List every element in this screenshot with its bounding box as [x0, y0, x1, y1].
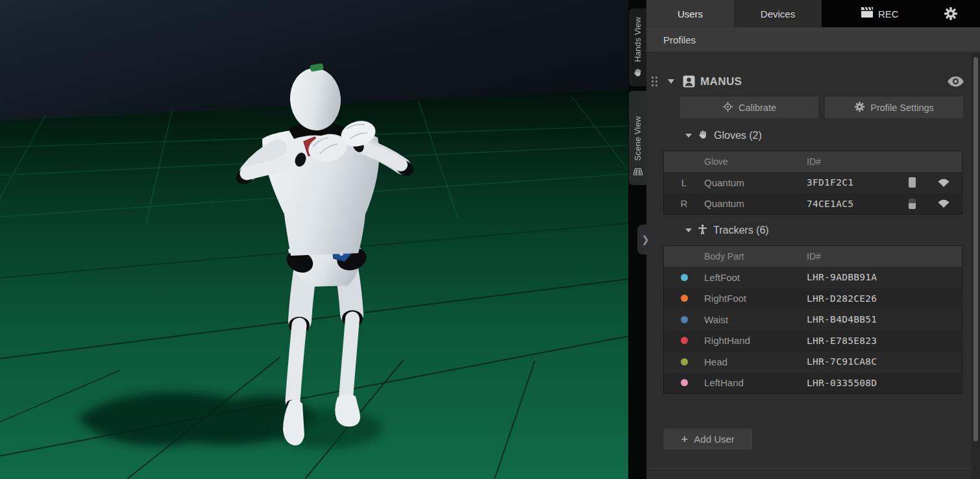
glove-name: Quantum — [704, 198, 807, 209]
tab-hands-view[interactable]: Hands View — [629, 8, 646, 86]
tracker-row[interactable]: RightHand LHR-E785E823 — [664, 330, 962, 352]
panel-scrollbar-thumb[interactable] — [974, 57, 978, 441]
tracker-color-dot — [664, 358, 704, 365]
calibrate-label: Calibrate — [739, 103, 776, 113]
col-tracker-id: ID# — [807, 251, 962, 262]
profile-actions: Calibrate Profile Settings — [680, 97, 963, 118]
tracker-id: LHR-9ADBB91A — [807, 272, 962, 282]
tracker-body-part: Waist — [704, 314, 807, 325]
add-user-label: Add User — [694, 434, 735, 445]
profile-settings-label: Profile Settings — [870, 103, 934, 113]
col-glove-id: ID# — [807, 156, 903, 167]
tracker-id: LHR-E785E823 — [807, 336, 962, 346]
tracker-body-part: RightFoot — [704, 293, 807, 304]
tracker-row[interactable]: RightFoot LHR-D282CE26 — [664, 288, 962, 310]
calibrate-target-icon — [722, 101, 733, 114]
glove-id: 3FD1F2C1 — [807, 177, 903, 188]
panel-expander-handle[interactable]: ❯ — [637, 225, 654, 254]
battery-icon — [903, 177, 925, 188]
tab-scene-view[interactable]: Scene View — [629, 91, 646, 185]
profiles-title: Profiles — [663, 34, 696, 45]
tracker-id: LHR-B4D4BB51 — [807, 314, 962, 325]
scene-grid-icon — [633, 167, 643, 178]
trackers-table: Body Part ID# LeftFoot LHR-9ADBB91A Righ… — [663, 245, 962, 394]
calibrate-button[interactable]: Calibrate — [680, 97, 818, 118]
tracker-color-dot — [664, 316, 704, 323]
col-body-part: Body Part — [704, 251, 807, 262]
clapperboard-icon — [861, 7, 874, 20]
profile-settings-button[interactable]: Profile Settings — [825, 97, 963, 118]
trackers-section-header: Trackers (6) — [685, 223, 980, 238]
trackers-table-header: Body Part ID# — [664, 246, 962, 267]
panel-scrollbar-track[interactable] — [972, 53, 980, 479]
tracker-row[interactable]: LeftHand LHR-0335508D — [664, 373, 962, 394]
user-profile-row: MANUS — [652, 73, 964, 90]
profiles-content: MANUS Calibrate Profile Settings — [646, 53, 980, 479]
gloves-rows: L Quantum 3FD1F2C1 R Quantum 74CE1AC5 — [664, 172, 962, 214]
visibility-eye-icon[interactable] — [947, 75, 964, 88]
tracker-row[interactable]: Waist LHR-B4D4BB51 — [664, 309, 962, 330]
gloves-table: Glove ID# L Quantum 3FD1F2C1 R Quantum 7… — [663, 151, 962, 215]
gloves-section-header: Gloves (2) — [685, 128, 980, 143]
user-name: MANUS — [700, 75, 742, 88]
tracker-color-dot — [664, 295, 704, 302]
tracker-color-dot — [664, 274, 704, 281]
rec-label: REC — [878, 8, 899, 19]
glove-side-label: L — [664, 177, 704, 188]
hand-icon — [633, 68, 643, 80]
right-panel: Users Devices REC Profiles MANUS — [646, 0, 980, 479]
settings-gear-button[interactable] — [944, 6, 958, 21]
users-tab-label: Users — [678, 8, 703, 19]
tpose-person-icon — [698, 224, 707, 238]
glove-name: Quantum — [704, 177, 807, 188]
gloves-title: Gloves (2) — [714, 130, 762, 141]
tracker-body-part: RightHand — [704, 335, 807, 346]
signal-icon — [925, 199, 962, 208]
record-button[interactable]: REC — [861, 0, 899, 27]
chevron-down-icon[interactable] — [685, 228, 692, 232]
tab-devices[interactable]: Devices — [734, 0, 822, 27]
tracker-id: LHR-7C91CA8C — [807, 356, 962, 367]
hands-view-label: Hands View — [633, 17, 643, 62]
tracker-row[interactable]: Head LHR-7C91CA8C — [664, 351, 962, 373]
col-glove: Glove — [704, 156, 807, 167]
gloves-table-header: Glove ID# — [664, 151, 962, 172]
user-badge-icon — [683, 75, 695, 88]
trackers-title: Trackers (6) — [713, 225, 769, 236]
tracker-color-dot — [664, 337, 704, 344]
tracker-id: LHR-D282CE26 — [807, 293, 962, 304]
tracker-color-dot — [664, 379, 704, 386]
trackers-rows: LeftFoot LHR-9ADBB91A RightFoot LHR-D282… — [664, 267, 962, 393]
glove-hand-icon — [698, 129, 708, 142]
glove-row[interactable]: L Quantum 3FD1F2C1 — [664, 172, 962, 193]
scene-3d-render — [0, 0, 628, 479]
glove-side-label: R — [664, 198, 704, 209]
chevron-down-icon[interactable] — [685, 134, 692, 138]
scene-view-label: Scene View — [633, 116, 643, 161]
top-tab-bar: Users Devices REC — [646, 0, 980, 27]
tracker-body-part: Head — [704, 356, 807, 367]
tracker-body-part: LeftHand — [704, 377, 807, 388]
drag-handle-icon[interactable] — [652, 77, 657, 86]
gear-icon — [854, 101, 865, 114]
tracker-body-part: LeftFoot — [704, 272, 807, 283]
add-user-button[interactable]: + Add User — [663, 428, 752, 450]
signal-icon — [925, 178, 962, 188]
chevron-down-icon[interactable] — [668, 79, 674, 84]
scene-viewport[interactable] — [0, 0, 628, 479]
devices-tab-label: Devices — [761, 8, 795, 19]
glove-row[interactable]: R Quantum 74CE1AC5 — [664, 193, 962, 215]
profiles-header: Profiles — [646, 27, 980, 53]
glove-id: 74CE1AC5 — [807, 199, 903, 209]
bottom-divider — [646, 468, 980, 469]
tracker-row[interactable]: LeftFoot LHR-9ADBB91A — [664, 267, 962, 288]
tracker-id: LHR-0335508D — [807, 378, 962, 388]
plus-icon: + — [681, 433, 688, 445]
battery-icon — [903, 199, 925, 209]
tab-users[interactable]: Users — [646, 0, 734, 27]
